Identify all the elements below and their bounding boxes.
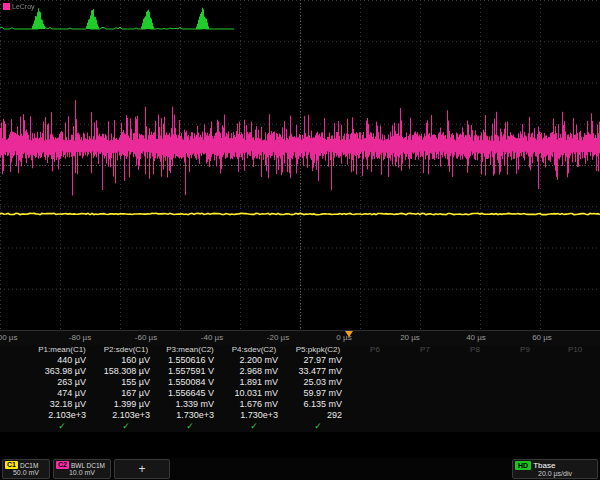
measurement-value: 1.556645 V xyxy=(158,388,222,399)
measurement-value: 155 µV xyxy=(94,377,158,388)
axis-label: 40 µs xyxy=(466,333,486,342)
measurement-value: 1.891 mV xyxy=(222,377,286,388)
measurement-value: 1.730e+3 xyxy=(222,410,286,421)
measurement-value xyxy=(550,410,600,421)
channel-c2-descriptor[interactable]: C2 BWL DC1M 10.0 mV xyxy=(53,459,111,479)
axis-label: 60 µs xyxy=(532,333,552,342)
measurement-value xyxy=(350,355,400,366)
measurement-value xyxy=(350,377,400,388)
measurement-value: 25.03 mV xyxy=(286,377,350,388)
measurement-value xyxy=(400,355,450,366)
c2-scale-value: 10.0 mV xyxy=(56,469,108,477)
measurement-value: 160 µV xyxy=(94,355,158,366)
measurement-value xyxy=(450,388,500,399)
timebase-axis: -100 µs-80 µs-60 µs-40 µs-20 µs0 µs20 µs… xyxy=(0,330,600,345)
status-check-icon xyxy=(350,421,400,432)
status-check-icon: ✓ xyxy=(286,421,350,432)
measurement-value xyxy=(500,355,550,366)
tbase-label: Tbase xyxy=(533,461,555,470)
param-header-p8[interactable]: P8 xyxy=(450,344,500,355)
measurement-value xyxy=(500,377,550,388)
measurement-value: 32.18 µV xyxy=(30,399,94,410)
measurement-value xyxy=(350,410,400,421)
measurement-value xyxy=(550,355,600,366)
add-trace-button[interactable]: + xyxy=(114,459,170,479)
measurement-value: 2.200 mV xyxy=(222,355,286,366)
measurement-value xyxy=(450,366,500,377)
axis-label: -20 µs xyxy=(267,333,289,342)
c1-scale-value: 50.0 mV xyxy=(5,469,47,477)
measurement-value: 1.730e+3 xyxy=(158,410,222,421)
measurement-value xyxy=(550,366,600,377)
measurement-value xyxy=(550,377,600,388)
measurement-value: 263 µV xyxy=(30,377,94,388)
axis-label: -100 µs xyxy=(0,333,17,342)
status-check-icon: ✓ xyxy=(158,421,222,432)
measurement-value xyxy=(550,399,600,410)
param-header-p7[interactable]: P7 xyxy=(400,344,450,355)
status-check-icon: ✓ xyxy=(94,421,158,432)
measurement-value: 6.135 mV xyxy=(286,399,350,410)
hd-mode-badge: HD xyxy=(515,461,531,470)
c2-coupling-label: BWL DC1M xyxy=(71,462,105,469)
measurement-value xyxy=(400,388,450,399)
measurement-value: 167 µV xyxy=(94,388,158,399)
measurement-value xyxy=(400,399,450,410)
measurement-value xyxy=(400,410,450,421)
measurement-value xyxy=(500,410,550,421)
descriptor-bar: C1 DC1M 50.0 mV C2 BWL DC1M 10.0 mV + HD… xyxy=(0,458,600,480)
param-header-p6[interactable]: P6 xyxy=(350,344,400,355)
measurement-value: 158.308 µV xyxy=(94,366,158,377)
status-check-icon xyxy=(400,421,450,432)
measurement-value xyxy=(550,388,600,399)
c1-channel-chip: C1 xyxy=(5,461,18,469)
status-check-icon xyxy=(450,421,500,432)
measurement-value xyxy=(400,366,450,377)
param-header-p2[interactable]: P2:sdev(C1) xyxy=(94,344,158,355)
measurement-value: 27.97 mV xyxy=(286,355,350,366)
measurement-value xyxy=(450,410,500,421)
measurement-value xyxy=(350,399,400,410)
measurement-value: 1.550084 V xyxy=(158,377,222,388)
brand-logo-text: LeCroy xyxy=(12,3,35,10)
measurement-value: 474 µV xyxy=(30,388,94,399)
measurement-value: 2.968 mV xyxy=(222,366,286,377)
oscilloscope-ui: LeCroy -100 µs-80 µs-60 µs-40 µs-20 µs0 … xyxy=(0,0,600,480)
measurement-value: 2.103e+3 xyxy=(30,410,94,421)
measurement-grid: P1:mean(C1)P2:sdev(C1)P3:mean(C2)P4:sdev… xyxy=(0,344,600,432)
param-header-p5[interactable]: P5:pkpk(C2) xyxy=(286,344,350,355)
status-check-icon: ✓ xyxy=(222,421,286,432)
param-header-p9[interactable]: P9 xyxy=(500,344,550,355)
param-header-p10[interactable]: P10 xyxy=(550,344,600,355)
axis-label: 20 µs xyxy=(400,333,420,342)
axis-label: -40 µs xyxy=(201,333,223,342)
measurement-value: 440 µV xyxy=(30,355,94,366)
c2-channel-chip: C2 xyxy=(56,461,69,469)
measurement-value: 1.399 µV xyxy=(94,399,158,410)
measurement-value xyxy=(350,388,400,399)
brand-logo-icon xyxy=(3,3,10,10)
measurement-value: 1.339 mV xyxy=(158,399,222,410)
trigger-time-marker-icon[interactable] xyxy=(345,331,353,337)
param-header-p3[interactable]: P3:mean(C2) xyxy=(158,344,222,355)
status-check-icon xyxy=(550,421,600,432)
axis-label: -60 µs xyxy=(135,333,157,342)
param-header-p1[interactable]: P1:mean(C1) xyxy=(30,344,94,355)
channel-c1-descriptor[interactable]: C1 DC1M 50.0 mV xyxy=(2,459,50,479)
waveform-display[interactable] xyxy=(0,0,600,330)
axis-label: -80 µs xyxy=(69,333,91,342)
status-check-icon: ✓ xyxy=(30,421,94,432)
measurement-value xyxy=(350,366,400,377)
measurement-value xyxy=(450,355,500,366)
tbase-scale-value: 20.0 µs/div xyxy=(515,470,595,478)
c1-coupling-label: DC1M xyxy=(20,462,38,469)
measurement-value: 1.557591 V xyxy=(158,366,222,377)
brand-logo: LeCroy xyxy=(3,3,35,10)
measurement-value xyxy=(450,399,500,410)
measurement-value: 59.97 mV xyxy=(286,388,350,399)
param-header-p4[interactable]: P4:sdev(C2) xyxy=(222,344,286,355)
timebase-descriptor[interactable]: HD Tbase 20.0 µs/div xyxy=(512,459,598,479)
measurement-value xyxy=(450,377,500,388)
status-check-icon xyxy=(500,421,550,432)
measurement-value xyxy=(400,377,450,388)
